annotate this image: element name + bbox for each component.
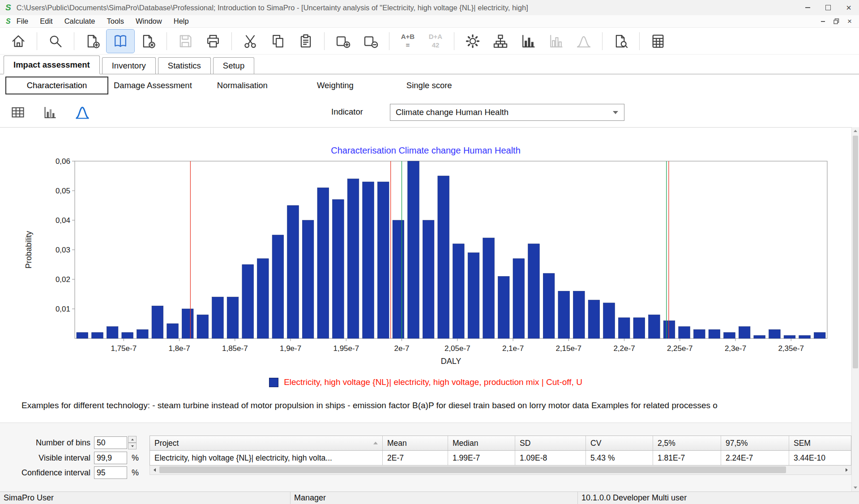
tab-impact-assessment[interactable]: Impact assessment <box>4 56 100 74</box>
indicator-select[interactable]: Climate change Human Health <box>390 104 624 121</box>
table-view-icon[interactable] <box>8 103 28 122</box>
copy-icon[interactable] <box>264 30 292 53</box>
tab-label: Inventory <box>112 61 146 71</box>
svg-text:0,05: 0,05 <box>56 187 70 195</box>
status-role: Manager <box>291 492 578 504</box>
home-icon[interactable] <box>4 30 32 53</box>
mdi-restore-button[interactable] <box>829 16 843 27</box>
minimize-button[interactable] <box>797 0 818 15</box>
tab-setup[interactable]: Setup <box>213 57 254 74</box>
vertical-scrollbar-thumb[interactable] <box>853 136 858 368</box>
scroll-up-icon[interactable] <box>852 127 859 135</box>
document-search-icon[interactable] <box>607 30 635 53</box>
remove-icon[interactable] <box>357 30 385 53</box>
menu-tools[interactable]: Tools <box>101 17 130 26</box>
bar-chart-view-icon[interactable] <box>40 103 60 122</box>
column-header-cv[interactable]: CV <box>586 436 653 450</box>
toolbar-separator <box>74 32 74 50</box>
mdi-close-button[interactable]: × <box>843 16 856 27</box>
bar-chart-outline-icon[interactable] <box>542 30 570 53</box>
cell-97-5pct: 2.24E-7 <box>721 451 789 465</box>
main-tab-bar: Impact assessment Inventory Statistics S… <box>0 55 859 74</box>
column-header-mean[interactable]: Mean <box>383 436 448 450</box>
close-document-icon[interactable] <box>134 30 162 53</box>
mdi-minimize-button[interactable] <box>816 16 829 27</box>
close-button[interactable]: × <box>838 0 859 15</box>
column-header-label: Project <box>154 439 179 448</box>
new-document-icon[interactable] <box>79 30 107 53</box>
tab-inventory[interactable]: Inventory <box>102 57 156 74</box>
maximize-button[interactable] <box>818 0 838 15</box>
horizontal-scrollbar-thumb[interactable] <box>159 466 786 473</box>
toolbar-separator <box>37 32 37 50</box>
calculator-icon[interactable] <box>644 30 672 53</box>
indicator-value: Climate change Human Health <box>396 107 509 117</box>
column-header-label: CV <box>590 439 601 448</box>
stepper-down-icon[interactable] <box>128 443 137 449</box>
cell-sem: 3.44E-10 <box>789 451 851 465</box>
column-header-sd[interactable]: SD <box>515 436 586 450</box>
statistics-table: Project Mean Median SD CV 2,5% 97,5% SEM… <box>150 436 851 475</box>
menu-help[interactable]: Help <box>168 17 195 26</box>
distribution-view-icon[interactable] <box>73 103 92 122</box>
menu-edit[interactable]: Edit <box>34 17 58 26</box>
stepper-up-icon[interactable] <box>128 436 137 443</box>
subtab-label: Characterisation <box>27 81 87 90</box>
confidence-interval-input[interactable] <box>94 466 127 479</box>
subtab-damage-assessment[interactable]: Damage Assessment <box>114 81 192 90</box>
svg-text:0,06: 0,06 <box>56 158 70 166</box>
menu-calculate[interactable]: Calculate <box>59 17 101 26</box>
menu-file[interactable]: File <box>11 17 34 26</box>
simapro-window: S C:\Users\Public\Documents\SimaPro\Data… <box>0 0 859 504</box>
subtab-single-score[interactable]: Single score <box>406 81 452 90</box>
subtab-weighting[interactable]: Weighting <box>317 81 354 90</box>
tab-label: Impact assessment <box>13 60 90 70</box>
column-header-label: Mean <box>387 439 407 448</box>
cell-cv: 5.43 % <box>586 451 653 465</box>
mdi-minimize-icon <box>821 21 825 22</box>
wizard-icon[interactable] <box>107 30 134 53</box>
impact-subtab-bar: Characterisation Damage Assessment Norma… <box>0 74 859 97</box>
svg-text:1,95e-7: 1,95e-7 <box>333 344 359 353</box>
bar-chart-icon[interactable] <box>514 30 542 53</box>
tab-statistics[interactable]: Statistics <box>158 57 211 74</box>
svg-text:0,04: 0,04 <box>56 216 70 225</box>
print-icon[interactable] <box>199 30 227 53</box>
gear-icon[interactable] <box>459 30 487 53</box>
table-row[interactable]: Electricity, high voltage {NL}| electric… <box>150 451 851 466</box>
scroll-right-icon[interactable] <box>842 466 851 474</box>
paste-icon[interactable] <box>292 30 320 53</box>
bins-stepper <box>128 436 137 449</box>
vertical-scrollbar[interactable] <box>851 127 859 491</box>
svg-text:1,8e-7: 1,8e-7 <box>168 344 190 353</box>
subtab-normalisation[interactable]: Normalisation <box>217 81 268 90</box>
comment-text: Examples for different technology: - ste… <box>21 401 841 410</box>
svg-text:Probability: Probability <box>24 231 33 269</box>
visible-interval-input[interactable] <box>94 452 127 464</box>
toolbar-separator <box>231 32 232 50</box>
bins-input[interactable] <box>94 436 127 449</box>
column-header-median[interactable]: Median <box>448 436 515 450</box>
distribution-icon[interactable] <box>570 30 598 53</box>
toolbar-separator <box>454 32 454 50</box>
save-icon[interactable] <box>171 30 199 53</box>
tree-icon[interactable] <box>487 30 514 53</box>
horizontal-scrollbar[interactable] <box>150 466 851 475</box>
cut-icon[interactable] <box>236 30 264 53</box>
add-icon[interactable] <box>329 30 357 53</box>
main-toolbar: A+B= D+A42 <box>0 28 859 55</box>
formula-icon[interactable]: A+B= <box>394 30 422 53</box>
column-header-2-5pct[interactable]: 2,5% <box>653 436 721 450</box>
scroll-down-icon[interactable] <box>852 484 859 491</box>
dqi-icon[interactable]: D+A42 <box>422 30 449 53</box>
menu-window[interactable]: Window <box>130 17 168 26</box>
scroll-left-icon[interactable] <box>150 466 159 474</box>
column-header-project[interactable]: Project <box>150 436 383 450</box>
column-header-sem[interactable]: SEM <box>789 436 851 450</box>
subtab-characterisation[interactable]: Characterisation <box>5 77 108 94</box>
column-header-label: SEM <box>794 439 811 448</box>
search-icon[interactable] <box>42 30 69 53</box>
visible-interval-label: Visible interval <box>0 453 90 463</box>
column-header-97-5pct[interactable]: 97,5% <box>721 436 789 450</box>
svg-text:1,75e-7: 1,75e-7 <box>111 344 137 353</box>
